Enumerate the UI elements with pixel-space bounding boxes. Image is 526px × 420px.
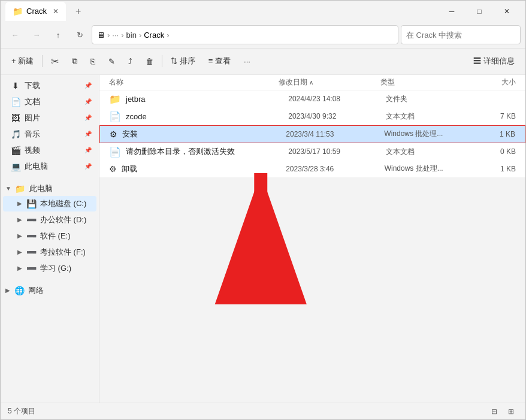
- file-date-cell: 2023/3/28 3:46: [286, 165, 385, 173]
- more-options-btn[interactable]: ···: [238, 52, 256, 71]
- view-toggle: ⊟ ⊞: [487, 404, 518, 419]
- tab-close-btn[interactable]: ✕: [53, 7, 59, 16]
- new-tab-btn[interactable]: +: [71, 4, 86, 19]
- file-size-cell: 1 KB: [467, 165, 516, 173]
- delete-btn[interactable]: 🗑: [140, 52, 159, 71]
- sidebar-item-download[interactable]: ⬇ 下载 📌: [3, 78, 96, 93]
- sidebar-label-videos: 视频: [25, 145, 40, 156]
- drive-d-arrow: ▶: [17, 216, 22, 223]
- drive-f-label: 考拉软件 (F:): [40, 247, 86, 258]
- drive-e-arrow: ▶: [17, 232, 22, 239]
- sidebar-thispc-section[interactable]: ▼ 📁 此电脑: [1, 180, 99, 195]
- file-type-cell: 文本文档: [386, 147, 467, 157]
- sidebar-drive-f[interactable]: ▶ ➖ 考拉软件 (F:): [3, 244, 96, 260]
- folder-icon: 📁: [13, 7, 23, 16]
- sidebar-item-thispc-quick[interactable]: 💻 此电脑 📌: [3, 159, 96, 174]
- more-path: ···: [112, 31, 119, 40]
- sidebar-drive-g[interactable]: ▶ ➖ 学习 (G:): [3, 261, 96, 276]
- refresh-btn[interactable]: ↻: [70, 25, 89, 44]
- content-area: 名称 修改日期 ∧ 类型 大小 📁 jetbra 2024/4/23 14:08: [99, 75, 525, 403]
- file-list: 📁 jetbra 2024/4/23 14:08 文件夹 📄 zcode 202…: [99, 90, 525, 177]
- file-type-cell: Windows 批处理...: [385, 164, 467, 174]
- expand-arrow: ▼: [5, 185, 11, 192]
- sidebar-label-download: 下载: [25, 80, 40, 91]
- drive-f-arrow: ▶: [17, 249, 22, 255]
- search-input[interactable]: [401, 25, 521, 44]
- cut-btn[interactable]: ✂: [45, 52, 65, 71]
- drive-g-icon: ➖: [26, 264, 37, 273]
- table-row[interactable]: 📄 请勿删除本目录，否则激活失效 2023/5/17 10:59 文本文档 0 …: [99, 143, 525, 161]
- sidebar-drive-c[interactable]: ▶ 💾 本地磁盘 (C:): [3, 196, 96, 211]
- toolbar: + 新建 ✂ ⧉ ⎘ ✎ ⤴ 🗑 ⇅ 排序 ≡ 查看 ··· ☰ 详细信息: [1, 49, 525, 75]
- drive-g-arrow: ▶: [17, 265, 22, 271]
- thispc-label: 此电脑: [29, 183, 53, 194]
- drive-d-icon: ➖: [26, 215, 37, 225]
- thispc-icon: 📁: [15, 184, 26, 194]
- view-btn-toolbar[interactable]: ≡ 查看: [202, 52, 237, 71]
- drive-e-icon: ➖: [26, 231, 37, 241]
- sidebar-item-videos[interactable]: 🎬 视频 📌: [3, 143, 96, 158]
- table-row[interactable]: 📄 zcode 2023/4/30 9:32 文本文档 7 KB: [99, 108, 525, 125]
- toolbar-sep1: [42, 55, 43, 67]
- sidebar-label-thispc-quick: 此电脑: [25, 161, 48, 172]
- forward-btn[interactable]: →: [27, 25, 46, 44]
- maximize-btn[interactable]: □: [465, 2, 493, 21]
- sidebar-drive-e[interactable]: ▶ ➖ 软件 (E:): [3, 228, 96, 244]
- file-name-cell: 安装: [122, 129, 286, 140]
- table-row[interactable]: 📁 jetbra 2024/4/23 14:08 文件夹: [99, 90, 525, 108]
- pictures-icon: 🖼: [10, 113, 21, 123]
- col-date-header[interactable]: 修改日期 ∧: [279, 77, 380, 87]
- col-size-header[interactable]: 大小: [465, 77, 516, 87]
- copy-btn[interactable]: ⧉: [66, 52, 83, 71]
- sidebar-label-pictures: 图片: [25, 113, 40, 123]
- text-file-icon2: 📄: [109, 146, 121, 158]
- file-date-cell: 2024/4/23 14:08: [288, 95, 386, 103]
- file-name-cell: 卸载: [122, 164, 286, 174]
- sort-btn[interactable]: ⇅ 排序: [165, 52, 201, 71]
- path-sep1: ›: [107, 31, 110, 40]
- close-btn[interactable]: ✕: [493, 2, 521, 21]
- sidebar-label-music: 音乐: [25, 129, 40, 140]
- tab-title: Crack: [26, 7, 47, 16]
- list-view-btn[interactable]: ⊟: [487, 404, 501, 419]
- file-date-cell: 2023/3/4 11:53: [286, 130, 384, 138]
- sidebar-item-pictures[interactable]: 🖼 图片 📌: [3, 110, 96, 126]
- thispc-quick-icon: 💻: [10, 162, 21, 171]
- sidebar-network[interactable]: ▶ 🌐 网络: [1, 282, 99, 297]
- path-crack: Crack: [144, 31, 164, 40]
- new-btn[interactable]: + 新建: [5, 52, 40, 71]
- file-name-cell: jetbra: [126, 95, 288, 104]
- table-row[interactable]: ⚙ 安装 2023/3/4 11:53 Windows 批处理... 1 KB: [99, 125, 525, 143]
- item-count: 5 个项目: [8, 406, 35, 416]
- grid-view-btn[interactable]: ⊞: [504, 404, 518, 419]
- file-date-cell: 2023/4/30 9:32: [288, 112, 386, 120]
- share-btn[interactable]: ⤴: [122, 52, 138, 71]
- details-btn[interactable]: ☰ 详细信息: [467, 52, 521, 71]
- videos-icon: 🎬: [10, 146, 21, 155]
- window: 📁 Crack ✕ + ─ □ ✕ ← → ↑ ↻ 🖥 › ··· › bin …: [0, 0, 526, 420]
- col-name-header[interactable]: 名称: [109, 77, 279, 87]
- content: 名称 修改日期 ∧ 类型 大小 📁 jetbra 2024/4/23 14:08: [99, 75, 525, 177]
- sidebar-item-music[interactable]: 🎵 音乐 📌: [3, 126, 96, 142]
- rename-btn[interactable]: ✎: [102, 52, 121, 71]
- file-name-cell: zcode: [126, 112, 288, 121]
- paste-btn[interactable]: ⎘: [84, 52, 101, 71]
- minimize-btn[interactable]: ─: [438, 2, 465, 21]
- docs-icon: 📄: [10, 97, 21, 107]
- up-btn[interactable]: ↑: [49, 25, 68, 44]
- path-bar[interactable]: 🖥 › ··· › bin › Crack ›: [92, 25, 398, 44]
- file-date-cell: 2023/5/17 10:59: [288, 147, 386, 156]
- titlebar: 📁 Crack ✕ + ─ □ ✕: [1, 1, 525, 22]
- window-tab[interactable]: 📁 Crack ✕: [5, 2, 66, 21]
- window-controls: ─ □ ✕: [438, 2, 521, 21]
- network-label: 网络: [28, 285, 44, 296]
- file-name-cell: 请勿删除本目录，否则激活失效: [126, 146, 288, 157]
- sidebar-item-docs[interactable]: 📄 文档 📌: [3, 94, 96, 110]
- sidebar-drive-d[interactable]: ▶ ➖ 办公软件 (D:): [3, 212, 96, 228]
- column-header: 名称 修改日期 ∧ 类型 大小: [99, 75, 525, 90]
- network-icon: 🌐: [14, 286, 25, 295]
- bat-file-icon2: ⚙: [109, 164, 117, 174]
- back-btn[interactable]: ←: [5, 25, 25, 44]
- col-type-header[interactable]: 类型: [380, 77, 465, 87]
- table-row[interactable]: ⚙ 卸载 2023/3/28 3:46 Windows 批处理... 1 KB: [99, 161, 525, 177]
